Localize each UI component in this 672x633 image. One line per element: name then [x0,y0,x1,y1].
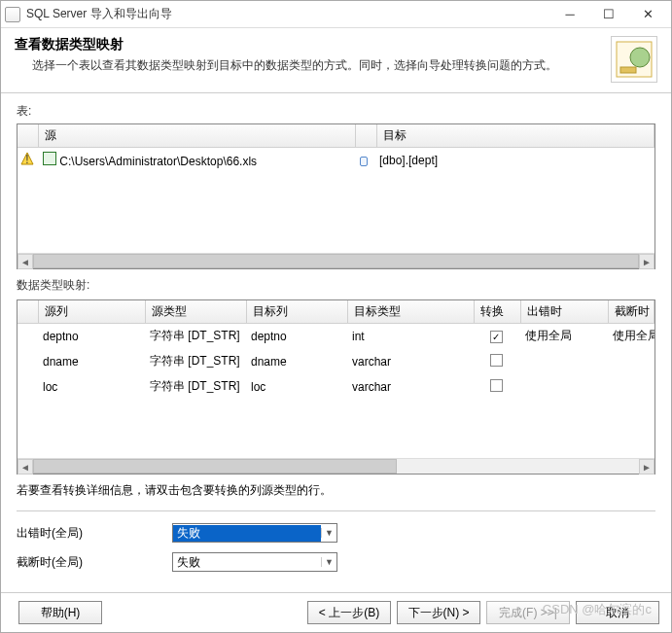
wizard-footer: 帮助(H) < 上一步(B) 下一步(N) > 完成(F) >>| 取消 [1,592,671,632]
convert-checkbox[interactable] [490,354,503,367]
svg-point-1 [630,48,650,67]
close-button[interactable]: ✕ [628,3,667,26]
h-scrollbar[interactable]: ◄ ► [18,253,654,268]
cell-dst-type: varchar [346,354,473,369]
divider [17,510,655,511]
col-dst-col[interactable]: 目标列 [247,300,348,323]
scroll-right-icon[interactable]: ► [639,254,654,269]
cell-dst-type: varchar [346,379,473,395]
app-icon [5,7,20,22]
table-row[interactable]: dname字符串 [DT_STR]dnamevarchar [18,349,654,374]
page-title: 查看数据类型映射 [15,36,603,53]
convert-checkbox[interactable] [490,379,503,392]
source-path: C:\Users\Administrator\Desktop\66.xls [59,155,257,168]
convert-checkbox[interactable]: ✓ [490,331,503,343]
cell-src-col: deptno [37,329,144,344]
page-desc: 选择一个表以查看其数据类型映射到目标中的数据类型的方式。同时，选择向导处理转换问… [15,57,603,74]
on-error-select[interactable]: 失败 ▼ [172,523,337,543]
cell-src-type: 字符串 [DT_STR] [144,377,245,396]
excel-icon [43,152,56,165]
scroll-left-icon[interactable]: ◄ [18,254,33,269]
minimize-button[interactable]: ─ [550,3,589,26]
cell-on-error: 使用全局 [519,327,607,345]
tables-label: 表: [17,103,655,120]
finish-button: 完成(F) >>| [486,601,570,624]
svg-text:!: ! [25,153,28,165]
cell-on-trunc [607,361,654,363]
back-button[interactable]: < 上一步(B) [307,601,391,624]
cancel-button[interactable]: 取消 [576,601,659,624]
chevron-down-icon: ▼ [321,557,336,567]
col-on-trunc[interactable]: 截断时 [609,300,654,323]
cell-on-error [519,386,607,388]
cell-dst-col: loc [245,379,346,395]
window-title: SQL Server 导入和导出向导 [26,6,550,22]
scroll-left-icon[interactable]: ◄ [18,459,33,475]
h-scrollbar[interactable]: ◄ ► [18,458,654,474]
cell-src-col: loc [37,379,144,395]
wizard-header: 查看数据类型映射 选择一个表以查看其数据类型映射到目标中的数据类型的方式。同时，… [1,28,671,87]
col-src-col[interactable]: 源列 [39,300,146,323]
tables-grid[interactable]: 源 目标 ! C:\Users\Administrator\Desktop\66… [17,123,655,269]
col-dest[interactable]: 目标 [377,124,654,147]
mappings-label: 数据类型映射: [17,277,655,294]
next-button[interactable]: 下一步(N) > [397,601,480,624]
scroll-right-icon[interactable]: ► [639,459,654,475]
mappings-grid[interactable]: 源列 源类型 目标列 目标类型 转换 出错时 截断时 !deptno字符串 [D… [17,299,655,475]
cell-src-type: 字符串 [DT_STR] [144,327,245,345]
warning-icon: ! [20,152,34,168]
table-row[interactable]: ! C:\Users\Administrator\Desktop\66.xls … [18,148,654,173]
cell-src-col: dname [37,354,144,369]
col-src-type[interactable]: 源类型 [146,300,247,323]
col-convert[interactable]: 转换 [475,300,521,323]
svg-rect-2 [620,67,636,73]
chevron-down-icon: ▼ [321,528,336,538]
cell-src-type: 字符串 [DT_STR] [144,352,245,370]
cell-dst-col: deptno [245,329,346,344]
cell-dst-type: int [346,329,473,344]
help-button[interactable]: 帮助(H) [18,601,102,624]
col-source[interactable]: 源 [39,124,356,147]
wizard-icon [611,36,657,83]
maximize-button[interactable]: ☐ [589,3,628,26]
table-icon [360,157,368,166]
table-row[interactable]: !deptno字符串 [DT_STR]deptnoint✓使用全局使用全局 [18,324,654,349]
cell-on-error [519,361,607,363]
mappings-header-row: 源列 源类型 目标列 目标类型 转换 出错时 截断时 [18,300,654,324]
on-trunc-select[interactable]: 失败 ▼ [172,552,337,572]
cell-on-trunc: 使用全局 [607,327,654,345]
table-row[interactable]: loc字符串 [DT_STR]locvarchar [18,374,654,400]
titlebar: SQL Server 导入和导出向导 ─ ☐ ✕ [1,1,671,28]
dest-name: [dbo].[dept] [373,153,654,168]
col-on-error[interactable]: 出错时 [521,300,609,323]
tables-header-row: 源 目标 [18,124,654,148]
hint-text: 若要查看转换详细信息，请双击包含要转换的列源类型的行。 [17,482,655,499]
on-error-label: 出错时(全局) [17,525,172,542]
cell-dst-col: dname [245,354,346,369]
cell-on-trunc [607,386,654,388]
on-trunc-label: 截断时(全局) [17,554,172,571]
col-dst-type[interactable]: 目标类型 [348,300,475,323]
